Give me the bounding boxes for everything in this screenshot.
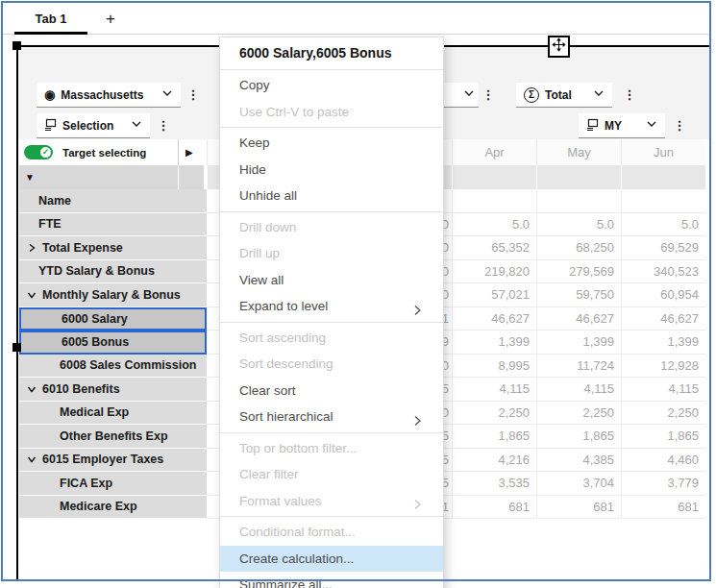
cell-jun-6000-salary[interactable]: 46,627 <box>621 307 705 331</box>
cell-apr-ytd-salary-bonus[interactable]: 219,820 <box>452 260 536 284</box>
cell-jun-fica-exp[interactable]: 3,779 <box>621 472 705 496</box>
cell-may-fica-exp[interactable]: 3,704 <box>536 472 621 496</box>
row-label-text: YTD Salary & Bonus <box>38 264 155 278</box>
row-label-total-expense[interactable]: Total Expense <box>19 236 207 260</box>
total-overflow-menu-icon[interactable]: ⋮ <box>623 83 636 108</box>
row-label-6015-employer-taxes[interactable]: 6015 Employer Taxes <box>19 449 207 473</box>
cell-jun-total-expense[interactable]: 69,529 <box>621 236 705 260</box>
cell-apr-medicare-exp[interactable]: 681 <box>452 496 536 520</box>
cell-apr-fte[interactable]: 5.0 <box>452 213 536 237</box>
menu-item-summarize-all[interactable]: Summarize all... <box>220 572 443 588</box>
add-tab-button[interactable]: + <box>99 8 122 31</box>
cell-apr-6005-bonus[interactable]: 1,399 <box>452 331 536 355</box>
menu-item-sort-hierarchical[interactable]: Sort hierarchical <box>220 404 443 430</box>
target-selecting-toggle[interactable]: ✓ <box>24 145 53 159</box>
column-header-may[interactable]: May <box>536 139 621 165</box>
menu-item-expand-to-level[interactable]: Expand to level <box>220 293 443 320</box>
menu-item-sort-ascending: Sort ascending <box>220 325 443 352</box>
cell-apr-name[interactable] <box>452 189 536 213</box>
row-label-ytd-salary-bonus[interactable]: YTD Salary & Bonus <box>19 260 207 284</box>
resize-handle-left-middle[interactable] <box>12 343 21 352</box>
cell-may-fte[interactable]: 5.0 <box>536 213 621 237</box>
row-label-name[interactable]: Name <box>19 189 207 213</box>
menu-item-label: View all <box>239 267 424 294</box>
cell-jun-fte[interactable]: 5.0 <box>621 213 705 237</box>
cell-jun-6015-employer-taxes[interactable]: 4,460 <box>621 449 705 473</box>
region-dropdown[interactable]: ◉ Massachusetts <box>37 83 181 108</box>
row-label-fte[interactable]: FTE <box>19 213 207 237</box>
row-label-6008-sales-commission[interactable]: 6008 Sales Commission <box>19 355 207 379</box>
menu-item-keep[interactable]: Keep <box>220 130 443 157</box>
menu-item-copy[interactable]: Copy <box>220 72 443 99</box>
row-label-text: 6000 Salary <box>62 312 128 326</box>
cell-apr-6008-sales-commission[interactable]: 8,995 <box>452 355 536 379</box>
cell-apr-6000-salary[interactable]: 46,627 <box>452 307 536 331</box>
cell-apr-total-expense[interactable]: 65,352 <box>452 236 536 260</box>
tab-1[interactable]: Tab 1 <box>14 6 87 35</box>
column-set-dropdown[interactable]: MY <box>579 113 665 138</box>
cell-apr-monthly-salary-bonus[interactable]: 57,021 <box>452 283 536 307</box>
cell-may-medicare-exp[interactable]: 681 <box>536 496 621 520</box>
selection-overflow-menu-icon[interactable]: ⋮ <box>157 113 170 138</box>
chevron-expanded-icon[interactable] <box>25 453 38 466</box>
cell-apr-medical-exp[interactable]: 2,250 <box>452 402 536 426</box>
cell-may-ytd-salary-bonus[interactable]: 279,569 <box>536 260 621 284</box>
cell-jun-6005-bonus[interactable]: 1,399 <box>621 331 705 355</box>
menu-divider <box>220 127 443 128</box>
column-set-overflow-menu-icon[interactable]: ⋮ <box>673 113 686 138</box>
menu-item-hide[interactable]: Hide <box>220 157 443 184</box>
row-label-text: Name <box>38 194 71 208</box>
column-header-jun[interactable]: Jun <box>621 139 705 165</box>
cell-jun-name[interactable] <box>621 189 705 213</box>
menu-item-view-all[interactable]: View all <box>220 267 443 294</box>
cell-jun-6010-benefits[interactable]: 4,115 <box>621 378 705 402</box>
row-label-6000-salary[interactable]: 6000 Salary <box>19 307 207 331</box>
cell-may-other-benefits-exp[interactable]: 1,865 <box>536 425 621 449</box>
row-label-6005-bonus[interactable]: 6005 Bonus <box>19 331 207 355</box>
menu-item-label: Format values <box>239 488 410 515</box>
cell-may-medical-exp[interactable]: 2,250 <box>536 402 621 426</box>
menu-item-label: Summarize all... <box>239 572 424 588</box>
menu-item-clear-sort[interactable]: Clear sort <box>220 378 443 404</box>
collapse-rows-control[interactable]: ▼ <box>19 165 178 189</box>
row-label-medical-exp[interactable]: Medical Exp <box>19 402 207 426</box>
total-dropdown[interactable]: Σ Total <box>516 83 612 108</box>
cell-may-6015-employer-taxes[interactable]: 4,385 <box>536 449 621 473</box>
cell-apr-6015-employer-taxes[interactable]: 4,216 <box>452 449 536 473</box>
menu-item-create-calculation[interactable]: Create calculation... <box>220 546 443 573</box>
row-label-fica-exp[interactable]: FICA Exp <box>19 472 207 496</box>
row-label-6010-benefits[interactable]: 6010 Benefits <box>19 378 207 402</box>
hidden-dropdown-overflow-menu-icon[interactable]: ⋮ <box>481 83 495 108</box>
cell-jun-6008-sales-commission[interactable]: 12,928 <box>621 355 705 379</box>
expand-panel-arrow[interactable]: ▶ <box>178 139 204 165</box>
cell-jun-medicare-exp[interactable]: 681 <box>621 496 705 520</box>
cell-jun-other-benefits-exp[interactable]: 1,865 <box>621 425 705 449</box>
cell-may-6008-sales-commission[interactable]: 11,724 <box>536 355 621 379</box>
chevron-collapsed-icon[interactable] <box>25 241 38 255</box>
cell-may-6005-bonus[interactable]: 1,399 <box>536 331 621 355</box>
resize-handle-top-left[interactable] <box>12 41 21 50</box>
cell-may-total-expense[interactable]: 68,250 <box>536 236 621 260</box>
cell-may-6010-benefits[interactable]: 4,115 <box>536 378 621 402</box>
cell-jun-monthly-salary-bonus[interactable]: 60,954 <box>621 283 705 307</box>
cell-jun-medical-exp[interactable]: 2,250 <box>621 402 705 426</box>
cell-apr-6010-benefits[interactable]: 4,115 <box>452 378 536 402</box>
chevron-expanded-icon[interactable] <box>25 382 38 396</box>
column-header-apr[interactable]: Apr <box>452 139 536 165</box>
cell-apr-fica-exp[interactable]: 3,535 <box>452 472 536 496</box>
row-label-medicare-exp[interactable]: Medicare Exp <box>19 496 207 520</box>
cell-may-6000-salary[interactable]: 46,627 <box>536 307 621 331</box>
hidden-dropdown-fragment[interactable] <box>444 83 479 108</box>
region-overflow-menu-icon[interactable]: ⋮ <box>186 83 200 108</box>
cell-may-name[interactable] <box>536 189 621 213</box>
selection-dropdown[interactable]: Selection <box>37 113 150 138</box>
chevron-expanded-icon[interactable] <box>25 288 38 302</box>
row-label-other-benefits-exp[interactable]: Other Benefits Exp <box>19 425 207 449</box>
menu-divider <box>220 516 443 517</box>
move-widget-handle[interactable] <box>548 36 570 58</box>
menu-item-unhide-all[interactable]: Unhide all <box>220 183 443 209</box>
row-label-monthly-salary-bonus[interactable]: Monthly Salary & Bonus <box>19 283 207 307</box>
cell-may-monthly-salary-bonus[interactable]: 59,750 <box>536 283 621 307</box>
cell-jun-ytd-salary-bonus[interactable]: 340,523 <box>621 260 705 284</box>
cell-apr-other-benefits-exp[interactable]: 1,865 <box>452 425 536 449</box>
